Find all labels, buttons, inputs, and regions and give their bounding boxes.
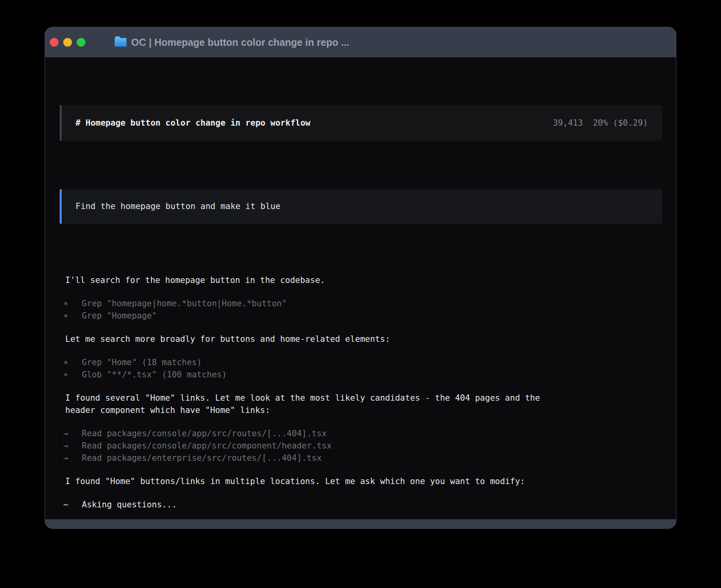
tool-call-text: Glob "**/*.tsx" (100 matches) <box>82 370 227 379</box>
arrow-icon: → <box>63 428 82 440</box>
asterisk-icon: ∗ <box>63 310 82 322</box>
assistant-text-line: header component which have "Home" links… <box>65 404 676 416</box>
tool-call-text: Read packages/console/app/src/component/… <box>82 441 332 450</box>
traffic-lights <box>50 38 85 47</box>
tool-call-row: ∗Grep "Homepage" <box>63 310 676 322</box>
window-title: OC | Homepage button color change in rep… <box>131 37 349 48</box>
working-status-text: Asking questions... <box>82 500 177 509</box>
session-title: # Homepage button color change in repo w… <box>75 117 310 129</box>
user-message-text: Find the homepage button and make it blu… <box>75 200 280 213</box>
assistant-text-line: I found "Home" buttons/links in multiple… <box>65 475 676 488</box>
assistant-paragraph: I found several "Home" links. Let me loo… <box>65 392 676 416</box>
tool-call-group: ∗Grep "Home" (18 matches)∗Glob "**/*.tsx… <box>63 356 676 381</box>
tool-call-text: Grep "homepage|home.*button|Home.*button… <box>82 299 287 308</box>
close-button[interactable] <box>50 38 59 47</box>
session-header: # Homepage button color change in repo w… <box>60 105 662 141</box>
assistant-paragraph: I found "Home" buttons/links in multiple… <box>65 475 676 488</box>
user-message: Find the homepage button and make it blu… <box>60 189 662 224</box>
assistant-paragraph: Let me search more broadly for buttons a… <box>65 333 676 345</box>
tool-call-group: →Read packages/console/app/src/routes/[.… <box>63 428 676 464</box>
tool-call-row: →Read packages/console/app/src/routes/[.… <box>63 428 676 440</box>
assistant-text-line: I found several "Home" links. Let me loo… <box>65 392 676 404</box>
tool-call-row: ∗Grep "homepage|home.*button|Home.*butto… <box>63 298 676 310</box>
tool-call-text: Grep "Home" (18 matches) <box>82 358 202 367</box>
asterisk-icon: ∗ <box>63 356 82 369</box>
working-status-row: ~Asking questions... <box>63 499 676 511</box>
titlebar: OC | Homepage button color change in rep… <box>45 27 676 57</box>
window-bottom-edge <box>45 519 676 528</box>
assistant-text-line: I'll search for the homepage button in t… <box>65 274 676 286</box>
tilde-icon: ~ <box>63 499 82 511</box>
tool-call-row: →Read packages/console/app/src/component… <box>63 440 676 452</box>
terminal-window: OC | Homepage button color change in rep… <box>45 27 676 529</box>
tool-call-group: ∗Grep "homepage|home.*button|Home.*butto… <box>63 298 676 322</box>
asterisk-icon: ∗ <box>63 369 82 381</box>
assistant-paragraph: I'll search for the homepage button in t… <box>65 274 676 286</box>
tool-call-text: Grep "Homepage" <box>82 311 157 320</box>
zoom-button[interactable] <box>77 38 85 47</box>
tool-call-text: Read packages/enterprise/src/routes/[...… <box>82 453 322 463</box>
terminal-content: # Homepage button color change in repo w… <box>45 57 676 519</box>
arrow-icon: → <box>63 452 82 464</box>
arrow-icon: → <box>63 440 82 452</box>
tool-call-row: →Read packages/enterprise/src/routes/[..… <box>63 452 676 464</box>
asterisk-icon: ∗ <box>63 298 82 310</box>
folder-icon <box>115 38 126 47</box>
assistant-text-line: Let me search more broadly for buttons a… <box>65 333 676 345</box>
session-token-stats: 39,413 20% ($0.29) <box>553 117 648 129</box>
tool-call-row: ∗Glob "**/*.tsx" (100 matches) <box>63 369 676 381</box>
minimize-button[interactable] <box>63 38 72 47</box>
tool-call-text: Read packages/console/app/src/routes/[..… <box>82 429 327 438</box>
transcript: I'll search for the homepage button in t… <box>45 274 676 511</box>
tool-call-row: ∗Grep "Home" (18 matches) <box>63 356 676 369</box>
